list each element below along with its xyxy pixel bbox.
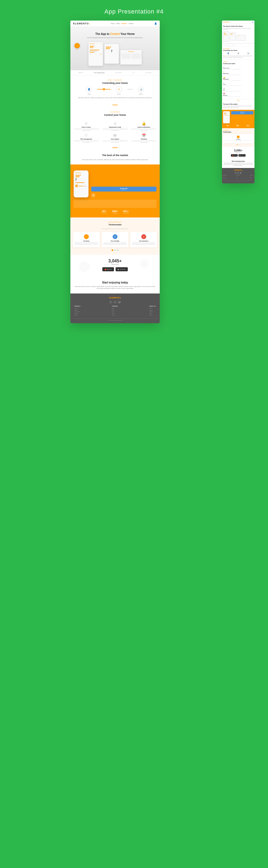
wave-shape (73, 199, 156, 208)
mm-logo: ELEMENTO● (73, 22, 90, 25)
mm-header: ELEMENTO● Home About Features Contact 👤 (70, 21, 160, 27)
page-title: App Presentation #4 (0, 8, 268, 15)
logo-another: ⊞ something (146, 72, 152, 73)
hero-phone-secondary: 30° 7 (104, 43, 119, 64)
logo-mashable: Mashable (79, 72, 83, 73)
footer-social[interactable]: f t g+ (73, 301, 157, 304)
sm-date-badge-area: 22 Feb 2017Update 1.5 (230, 111, 254, 115)
sm-feature-3: 🔔 Notifications Lorem ipsum dolor sit am… (223, 76, 254, 81)
sm-active-count: 3,045+ (223, 149, 254, 152)
sm-header: ELEMENTO● 👤 (222, 21, 255, 24)
feature-1: ⚙ Easy to setup Lorem ipsum dolor sit am… (73, 122, 99, 131)
stat-2: 580+ Lorem ipsum (112, 210, 118, 214)
phone-screen: Dashboard ● 30° (89, 42, 103, 66)
sm-footer-logo: ELEMENTO● (223, 169, 254, 171)
orange-phone-area: Dashboard 30° 7 📶 (73, 168, 156, 197)
active-users-content: 3,045+ Active users (73, 258, 156, 265)
how-it-works-label: How it works? (73, 79, 156, 81)
footer-col-1: PRODUCT Feature Pricing Case Studies Rev… (75, 306, 80, 316)
sm-best-of-market: The best of the market Lorem ipsum dolor… (222, 102, 255, 110)
avatar-2: T (113, 234, 118, 239)
sm-logo: ELEMENTO● (223, 21, 230, 23)
stats-row: 30+ Lorem ipsum 580+ Lorem ipsum 831+ Lo… (73, 210, 156, 214)
sm-phone-container: Dash 30° 30° Dashboard (223, 31, 254, 42)
hiw-icon-3: 📊 Monitor (138, 87, 144, 95)
features-label: Features (73, 111, 156, 113)
hiw-icon-2: ⚙ Control (116, 87, 122, 95)
sm-feature-6: 📅 Schedule Lorem ipsum dolor sit amet, c… (223, 93, 254, 97)
sm-footer-col-1: PRODUCT Feature Pricing Case Studies Rev… (223, 175, 226, 179)
mm-hero: The App to Control Your Home Control eve… (70, 27, 160, 70)
best-of-market-title: The best of the market (73, 154, 156, 157)
mm-orange-section: Dashboard 30° 7 📶 (70, 164, 160, 217)
features-title: Control your home (73, 114, 156, 116)
orange-phone-mockup: Dashboard 30° 7 📶 (73, 170, 89, 197)
testimonial-card-2: T Terry Sandler Lorem ipsum dolor sit am… (102, 232, 128, 247)
hero-tablet: Dashboard (120, 50, 142, 65)
sm-app-store[interactable]: 🍎 App Store (231, 154, 238, 157)
sm-footer-links: PRODUCT Feature Pricing Case Studies Rev… (223, 175, 254, 179)
sm-social-f[interactable]: f (235, 172, 237, 174)
testimonial-card-1: I Iva Sharp Lorem ipsum dolor sit amet, … (73, 232, 100, 247)
footer-col-2: COMPANY About Press Team Blog Careers (112, 306, 118, 316)
sm-logos: Mashable INC THINGS TechCrunch (222, 43, 255, 46)
feature-5: ☎ Free support Lorem ipsum dolor sit ame… (102, 134, 128, 143)
google-play-button[interactable]: ▶ Google Play (116, 267, 128, 271)
sm-phone: Dash 30° (223, 31, 229, 42)
sm-orange-phone: Dash 30° (223, 111, 230, 123)
logo-text: ELEMENTO (73, 22, 89, 25)
sm-feature-1: ⚙ Easy to setup Lorem ipsum dolor sit am… (223, 65, 254, 70)
social-twitter[interactable]: t (114, 301, 116, 304)
refresh-icon: ↻ (91, 193, 95, 197)
sm-stat-1: 30+ Lorem (227, 125, 229, 127)
hiw-icon-1: 👤 Setup (86, 87, 92, 95)
features-section: Features Control your home (70, 107, 160, 120)
sm-avatar: I (237, 135, 240, 138)
sm-hiw-icons: 👤 ⚙ 📊 (223, 52, 254, 55)
features-grid: ⚙ Easy to setup Lorem ipsum dolor sit am… (70, 120, 160, 146)
sm-date-badge: 22 Feb 2017Update 1.5 (231, 111, 254, 115)
sm-active-users: 3,045+ Active users 🍎 App Store ▶ Google… (222, 147, 255, 159)
sm-store-buttons[interactable]: 🍎 App Store ▶ Google Play (223, 154, 254, 157)
secondary-mockup: ELEMENTO● 👤 The App to Control Your Home… (222, 21, 255, 183)
carousel-dots (73, 249, 157, 251)
sm-feature-4: ⏱ Timer Lorem ipsum dolor sit amet, cons… (223, 82, 254, 86)
how-it-works-icons: 👤 Setup ● ⚙ Control (73, 87, 156, 95)
feature-6: 📅 Schedule Lorem ipsum dolor sit amet, c… (131, 134, 157, 143)
feature-4: ⏱ Time management Lorem ipsum dolor sit … (73, 134, 99, 143)
mm-nav[interactable]: Home About Features Contact (111, 23, 133, 24)
avatar-3: V (141, 234, 146, 239)
sm-social-g[interactable]: g+ (240, 172, 241, 174)
testimonials-title: Testimonials (73, 223, 157, 226)
sm-testimonials: Testimonials Testimonials I Iva Sharp Lo… (222, 128, 255, 147)
orange-right-content: 22 Feb 2017 Update 1.5 ↻ (89, 187, 156, 197)
stat-1: 30+ Lorem ipsum (101, 210, 107, 214)
sm-feature-5: ☎ Free Lorem ipsum dolor sit amet, conse… (223, 87, 254, 92)
hero-title: The App to Control Your Home (75, 32, 156, 36)
page-title-area: App Presentation #4 (0, 0, 268, 21)
sm-footer: ELEMENTO● f t g+ PRODUCT Feature Pricing… (222, 168, 255, 183)
sm-footer-social[interactable]: f t g+ (223, 172, 254, 174)
main-mockup: ELEMENTO● Home About Features Contact 👤 … (70, 21, 160, 323)
divider-1 (70, 105, 160, 105)
sm-phone2: 30° (230, 32, 236, 40)
sm-google-play[interactable]: ▶ Google Play (238, 154, 245, 157)
hero-phone-container: Dashboard ● 30° (75, 42, 156, 66)
sm-social-t[interactable]: t (237, 172, 239, 174)
sm-testimonial-card: I Iva Sharp Lorem ipsum dolor sit amet, … (223, 134, 254, 143)
footer-copyright: © 2017 Elemento. All rights reserved. (73, 318, 157, 321)
feature-2: ⊞ Adjustments ready Lorem ipsum dolor si… (102, 122, 128, 131)
social-google[interactable]: g+ (118, 301, 121, 304)
active-users-section: 3,045+ Active users 🍎 App Store ▶ Google… (70, 255, 160, 277)
hero-badge: ⚡ (75, 43, 80, 49)
start-text: Lorem ipsum dolor sit amet, consectetur … (73, 286, 156, 289)
sm-stats: 30+ Lorem 580+ Lorem 831+ Lorem (223, 125, 254, 127)
mm-logos-strip: Mashable T<C TechCrunch INC THINGS □□ □□… (70, 70, 160, 75)
mm-user-icon: 👤 (154, 23, 157, 25)
social-facebook[interactable]: f (109, 301, 112, 304)
app-store-button[interactable]: 🍎 App Store (102, 267, 114, 271)
testimonial-card-3: V Vera Davidson Lorem ipsum dolor sit am… (130, 232, 157, 247)
hero-phone-main: Dashboard ● 30° (88, 42, 103, 66)
phone-screen-2: 30° 7 (105, 44, 119, 64)
footer-logo: ELEMENTO● (73, 297, 157, 299)
